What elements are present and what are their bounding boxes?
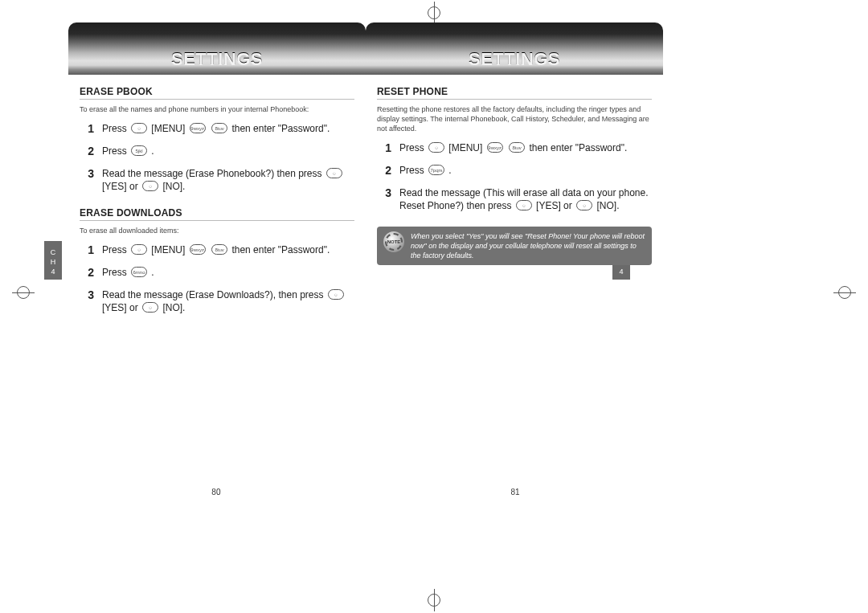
registration-mark-right-icon (833, 281, 856, 304)
section-heading: RESET PHONE (377, 86, 652, 100)
step-number: 3 (80, 288, 102, 301)
softkey-icon (326, 168, 342, 178)
key-9-icon (487, 142, 503, 153)
chapter-tab-label: CH4 (51, 248, 56, 276)
step-number: 2 (80, 145, 102, 157)
section-intro: To erase all downloaded items: (80, 226, 354, 235)
note-seal-icon (383, 231, 404, 252)
step-text: Read the message (Erase Downloads?), the… (102, 288, 354, 314)
manual-spread: CH4 CH4 Settings ERASE PBOOK To erase al… (0, 0, 868, 613)
softkey-icon (428, 142, 444, 153)
step-text: Press [MENU] then enter "Password". (102, 243, 354, 256)
key-8-icon (211, 123, 227, 133)
section-heading: ERASE DOWNLOADS (80, 207, 354, 221)
page-left: Settings ERASE PBOOK To erase all the na… (68, 22, 366, 569)
step-text: Read the message (Erase Phonebook?) then… (102, 167, 354, 193)
registration-mark-left-icon (12, 281, 35, 304)
step-number: 3 (377, 186, 399, 199)
softkey-icon (131, 123, 147, 133)
softkey-icon (142, 302, 158, 313)
step-number: 2 (377, 164, 399, 177)
softkey-icon (328, 289, 344, 300)
page-header: Settings (68, 22, 366, 75)
step: 2 Press . (80, 145, 354, 157)
page-title: Settings (469, 49, 560, 70)
key-8-icon (509, 142, 525, 153)
page-title: Settings (171, 49, 263, 70)
page-number: 80 (211, 488, 220, 497)
step-text: Press [MENU] then enter "Password". (399, 141, 652, 154)
key-5-icon (131, 145, 147, 156)
step-number: 1 (80, 122, 102, 135)
key-9-icon (190, 244, 206, 255)
step-number: 3 (80, 167, 102, 180)
softkey-icon (516, 200, 532, 210)
key-9-icon (190, 123, 206, 133)
softkey-icon (142, 181, 158, 191)
step-text: Press . (102, 266, 354, 279)
section-intro: To erase all the names and phone numbers… (80, 104, 354, 114)
page-right: Settings RESET PHONE Resetting the phone… (366, 22, 663, 569)
step: 3 Read the message (Erase Phonebook?) th… (80, 167, 354, 193)
page-header: Settings (366, 22, 663, 75)
step: 1 Press [MENU] then enter "Password". (80, 243, 354, 256)
softkey-icon (576, 200, 592, 210)
note-text: When you select "Yes" you will see "Rese… (411, 231, 645, 260)
step: 3 Read the message (This will erase all … (377, 186, 652, 212)
step-text: Read the message (This will erase all da… (399, 186, 652, 212)
page-number: 81 (511, 488, 520, 497)
chapter-tab-left: CH4 (44, 241, 62, 280)
section-heading: ERASE PBOOK (80, 86, 354, 100)
step: 2 Press . (377, 164, 652, 177)
step: 2 Press . (80, 266, 354, 279)
note-box: When you select "Yes" you will see "Rese… (377, 227, 652, 265)
step-number: 2 (80, 266, 102, 279)
step: 1 Press [MENU] then enter "Password". (80, 122, 354, 135)
key-8-icon (211, 244, 227, 255)
step-number: 1 (377, 141, 399, 154)
softkey-icon (131, 244, 147, 255)
step-list: 1 Press [MENU] then enter "Password". 2 … (80, 243, 354, 314)
step-list: 1 Press [MENU] then enter "Password". 2 … (377, 141, 652, 212)
step-text: Press . (399, 164, 652, 177)
step: 1 Press [MENU] then enter "Password". (377, 141, 652, 154)
registration-mark-top-icon (410, 2, 458, 24)
step-text: Press . (102, 145, 354, 157)
key-6-icon (131, 267, 147, 277)
section-intro: Resetting the phone restores all the fac… (377, 104, 652, 133)
step-number: 1 (80, 243, 102, 256)
step: 3 Read the message (Erase Downloads?), t… (80, 288, 354, 314)
registration-mark-bottom-icon (410, 589, 458, 611)
key-7-icon (428, 165, 444, 175)
step-text: Press [MENU] then enter "Password". (102, 122, 354, 135)
step-list: 1 Press [MENU] then enter "Password". 2 … (80, 122, 354, 193)
